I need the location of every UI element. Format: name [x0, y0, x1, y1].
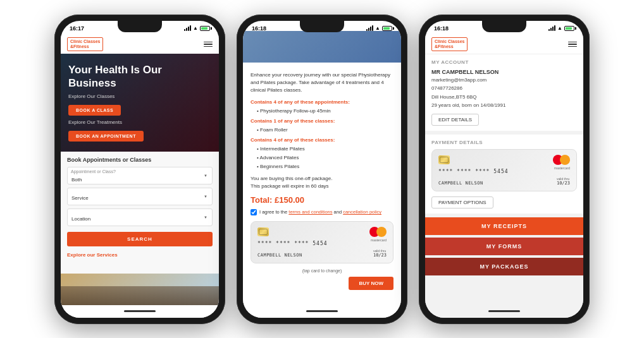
p3-user-age: 29 years old, born on 14/08/1991 — [431, 102, 577, 109]
my-packages-button[interactable]: MY PACKAGES — [425, 258, 583, 275]
edit-details-button[interactable]: EDIT DETAILS — [431, 114, 479, 126]
p2-hero-image — [243, 31, 401, 63]
status-icons-1: ▲ — [184, 25, 210, 31]
p3-mastercard-logo: mastercard — [553, 155, 570, 165]
phone-2: 16:18 ▲ Enhance your recovery journey wi… — [237, 15, 407, 324]
hamburger-menu-3[interactable] — [568, 42, 577, 47]
chevron-down-icon-3: ▼ — [204, 215, 207, 219]
p3-mc-text: mastercard — [554, 166, 570, 170]
buy-now-button[interactable]: BUY NOW — [349, 277, 393, 290]
card-number-2: **** **** **** 5454 — [257, 241, 387, 246]
p3-account-section: MY ACCOUNT MR CAMPBELL NELSON marketing@… — [425, 54, 583, 131]
battery-icon-2 — [382, 26, 392, 31]
p3-payment-card[interactable]: mastercard **** **** **** 5454 CAMPBELL … — [431, 149, 577, 191]
explore-services-link[interactable]: Explore our Services — [67, 252, 213, 258]
chevron-down-icon-2: ▼ — [204, 195, 207, 198]
my-receipts-button[interactable]: MY RECEIPTS — [425, 217, 583, 235]
p1-booking: Book Appointments or Classes Appointment… — [61, 152, 219, 273]
p3-card-chip-icon — [438, 155, 450, 164]
mc-right-circle — [376, 227, 387, 237]
terms-checkbox[interactable] — [251, 209, 257, 215]
card-chip-icon — [257, 227, 269, 236]
appointment-label: Appointment or Class? — [71, 169, 116, 174]
p2-body-text: Enhance your recovery journey with our s… — [251, 71, 393, 94]
wifi-icon-3: ▲ — [557, 25, 562, 31]
my-forms-button[interactable]: MY FORMS — [425, 238, 583, 255]
mastercard-logo: mastercard — [369, 227, 387, 237]
p1-hero: Your Health Is Our Business Explore Our … — [61, 54, 219, 152]
cancellation-link[interactable]: cancellation policy — [343, 209, 381, 215]
p2-item-intermediate: Intermediate Pilates — [251, 145, 393, 152]
status-icons-3: ▲ — [548, 25, 574, 31]
buy-now-wrap: BUY NOW — [251, 277, 393, 290]
appointment-select-wrap: Appointment or Class? Both ▼ — [67, 167, 213, 184]
p1-bottom-image — [61, 274, 219, 305]
terms-link[interactable]: terms and conditions — [288, 209, 332, 215]
time-3: 16:18 — [434, 25, 449, 32]
home-indicator-2 — [243, 305, 401, 318]
p3-card-top: mastercard — [438, 155, 570, 165]
location-select-wrap: Location ▼ — [67, 208, 213, 226]
mc-text: mastercard — [371, 238, 387, 242]
card-expiry-2: 10/23 — [373, 253, 387, 258]
p3-user-name: MR CAMPBELL NELSON — [431, 69, 577, 75]
p3-card-expiry-wrap: valid thru 10/23 — [557, 177, 570, 186]
p3-card-bottom: CAMPBELL NELSON valid thru 10/23 — [438, 177, 570, 186]
card-expiry-wrap-2: valid thru 10/23 — [373, 249, 387, 258]
booking-title: Book Appointments or Classes — [67, 157, 213, 163]
status-bar-1: 16:17 ▲ — [61, 21, 219, 35]
service-select[interactable]: Service — [67, 188, 213, 205]
p3-user-address: Dill House,BT5 6BQ — [431, 94, 577, 100]
p2-item-beginners: Beginners Pilates — [251, 163, 393, 170]
p3-account-title: MY ACCOUNT — [431, 59, 577, 65]
search-button[interactable]: SEARCH — [67, 232, 213, 246]
card-bottom: CAMPBELL NELSON valid thru 10/23 — [257, 249, 387, 258]
hamburger-menu-1[interactable] — [204, 42, 213, 47]
explore-classes-text: Explore Our Classes — [68, 94, 211, 99]
signal-icon-2 — [366, 26, 373, 31]
location-select[interactable]: Location — [67, 208, 213, 226]
status-bar-3: 16:18 ▲ — [425, 21, 583, 35]
p1-header: Clinic Classes &Fitness — [61, 35, 219, 54]
battery-icon-3 — [564, 26, 574, 31]
p2-section-1-title: Contains 4 of any of these appointments: — [251, 99, 393, 105]
p3-user-email: marketing@tm3app.com — [431, 76, 577, 83]
p2-scrollable-content: Enhance your recovery journey with our s… — [243, 68, 401, 305]
p3-card-expiry: 10/23 — [557, 181, 570, 186]
p3-header: Clinic Classes &Fitness — [425, 35, 583, 55]
terms-text: I agree to the terms and conditions and … — [259, 208, 381, 215]
wifi-icon-1: ▲ — [193, 25, 198, 31]
service-select-wrap: Service ▼ — [67, 188, 213, 205]
card-name-2: CAMPBELL NELSON — [257, 253, 302, 258]
card-expiry-label-2: valid thru — [373, 249, 387, 253]
p2-payment-card[interactable]: mastercard **** **** **** 5454 CAMPBELL … — [251, 221, 393, 263]
p2-note-text: You are buying this one-off package.This… — [251, 175, 393, 190]
clinic-logo-3: Clinic Classes &Fitness — [431, 37, 468, 52]
p3-card-name: CAMPBELL NELSON — [438, 181, 483, 186]
p2-item-physio: Physiotherapy Follow-up 45min — [251, 107, 393, 114]
p3-user-phone: 07487726286 — [431, 85, 577, 92]
p2-total: Total: £150.00 — [251, 195, 393, 205]
card-top: mastercard — [257, 227, 387, 237]
phone-3: 16:18 ▲ Clinic Classes &Fitness — [419, 15, 590, 324]
time-1: 16:17 — [70, 25, 84, 32]
p3-mc-right — [560, 155, 570, 165]
chevron-down-icon: ▼ — [204, 174, 207, 178]
payment-options-button[interactable]: PAYMENT OPTIONS — [431, 196, 493, 208]
book-class-button[interactable]: BOOK A CLASS — [68, 105, 121, 116]
book-appointment-button[interactable]: BOOK AN APPOINTMENT — [68, 131, 144, 142]
home-indicator-3 — [425, 305, 583, 318]
p2-section-2-title: Contains 1 of any of these classes: — [251, 118, 393, 124]
p3-scrollable-content: MY ACCOUNT MR CAMPBELL NELSON marketing@… — [425, 54, 583, 305]
phone-1: 16:17 ▲ Clinic Classes &Fitness — [54, 15, 225, 324]
p2-section-3-title: Contains 4 of any of these classes: — [251, 137, 393, 143]
scene: 16:17 ▲ Clinic Classes &Fitness — [0, 0, 644, 338]
home-indicator-1 — [61, 305, 219, 318]
signal-icon-3 — [548, 26, 555, 31]
p3-payment-title: PAYMENT DETAILS — [431, 140, 577, 145]
p3-payment-section: PAYMENT DETAILS mastercard **** **** ***… — [425, 135, 583, 214]
tap-card-note: (tap card to change) — [251, 269, 393, 273]
p3-card-number: **** **** **** 5454 — [438, 169, 570, 174]
battery-icon-1 — [200, 26, 210, 31]
p2-item-foam: Foam Roller — [251, 126, 393, 133]
